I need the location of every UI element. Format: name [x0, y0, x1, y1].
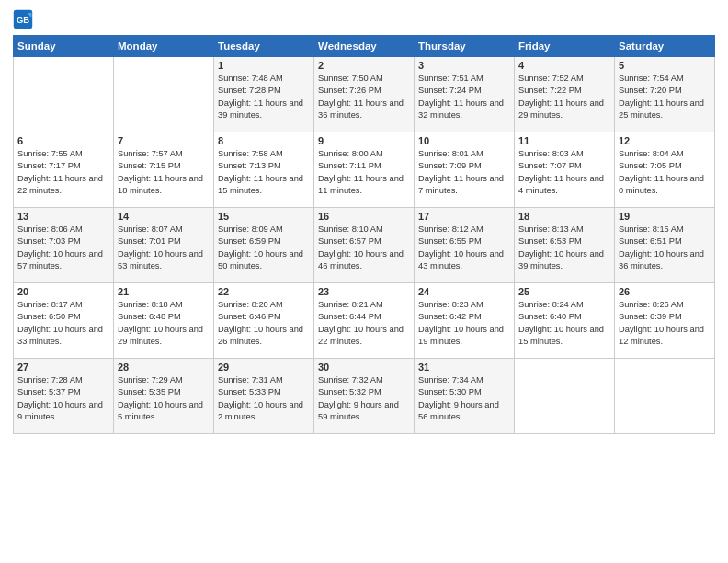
calendar-cell: 24Sunrise: 8:23 AMSunset: 6:42 PMDayligh…: [415, 283, 515, 359]
day-number: 20: [17, 286, 109, 297]
day-info: Sunrise: 7:31 AMSunset: 5:33 PMDaylight:…: [218, 374, 310, 424]
calendar-cell: 1Sunrise: 7:48 AMSunset: 7:28 PMDaylight…: [214, 57, 314, 132]
day-info: Sunrise: 8:01 AMSunset: 7:09 PMDaylight:…: [418, 148, 510, 198]
day-number: 3: [418, 60, 510, 71]
calendar-cell: 8Sunrise: 7:58 AMSunset: 7:13 PMDaylight…: [214, 132, 314, 208]
day-info: Sunrise: 8:13 AMSunset: 6:53 PMDaylight:…: [518, 224, 610, 273]
calendar-cell: 2Sunrise: 7:50 AMSunset: 7:26 PMDaylight…: [314, 57, 415, 132]
day-number: 11: [518, 135, 610, 146]
day-info: Sunrise: 8:20 AMSunset: 6:46 PMDaylight:…: [218, 299, 310, 349]
day-number: 13: [17, 211, 109, 222]
calendar-week-row: 20Sunrise: 8:17 AMSunset: 6:50 PMDayligh…: [14, 283, 715, 359]
day-info: Sunrise: 7:29 AMSunset: 5:35 PMDaylight:…: [118, 374, 210, 424]
day-number: 24: [418, 286, 510, 297]
day-info: Sunrise: 7:32 AMSunset: 5:32 PMDaylight:…: [318, 374, 410, 424]
day-number: 17: [418, 211, 510, 222]
calendar-week-row: 1Sunrise: 7:48 AMSunset: 7:28 PMDaylight…: [14, 57, 715, 132]
calendar-cell: 4Sunrise: 7:52 AMSunset: 7:22 PMDaylight…: [515, 57, 615, 132]
calendar-week-row: 27Sunrise: 7:28 AMSunset: 5:37 PMDayligh…: [14, 359, 715, 434]
calendar-cell: 3Sunrise: 7:51 AMSunset: 7:24 PMDaylight…: [415, 57, 515, 132]
day-number: 14: [118, 211, 210, 222]
calendar-table: SundayMondayTuesdayWednesdayThursdayFrid…: [13, 35, 715, 434]
day-info: Sunrise: 8:09 AMSunset: 6:59 PMDaylight:…: [218, 224, 310, 273]
calendar-cell: [615, 359, 715, 434]
day-of-week-header: Sunday: [14, 36, 114, 57]
calendar-cell: 20Sunrise: 8:17 AMSunset: 6:50 PMDayligh…: [14, 283, 114, 359]
day-info: Sunrise: 7:58 AMSunset: 7:13 PMDaylight:…: [218, 148, 310, 198]
day-number: 10: [418, 135, 510, 146]
day-number: 2: [318, 60, 410, 71]
day-number: 23: [318, 286, 410, 297]
svg-text:GB: GB: [17, 15, 29, 25]
calendar-cell: 14Sunrise: 8:07 AMSunset: 7:01 PMDayligh…: [114, 208, 214, 283]
day-info: Sunrise: 7:55 AMSunset: 7:17 PMDaylight:…: [17, 148, 109, 198]
day-number: 15: [218, 211, 310, 222]
day-info: Sunrise: 8:18 AMSunset: 6:48 PMDaylight:…: [118, 299, 210, 349]
calendar-container: GB SundayMondayTuesdayWednesdayThursdayF…: [0, 0, 728, 443]
calendar-cell: 6Sunrise: 7:55 AMSunset: 7:17 PMDaylight…: [14, 132, 114, 208]
day-number: 6: [17, 135, 109, 146]
day-number: 9: [318, 135, 410, 146]
calendar-cell: [515, 359, 615, 434]
day-info: Sunrise: 8:00 AMSunset: 7:11 PMDaylight:…: [318, 148, 410, 198]
calendar-cell: [14, 57, 114, 132]
day-number: 8: [218, 135, 310, 146]
calendar-cell: 17Sunrise: 8:12 AMSunset: 6:55 PMDayligh…: [415, 208, 515, 283]
calendar-week-row: 13Sunrise: 8:06 AMSunset: 7:03 PMDayligh…: [14, 208, 715, 283]
day-info: Sunrise: 8:21 AMSunset: 6:44 PMDaylight:…: [318, 299, 410, 349]
day-info: Sunrise: 8:04 AMSunset: 7:05 PMDaylight:…: [619, 148, 711, 198]
calendar-cell: [114, 57, 214, 132]
calendar-cell: 7Sunrise: 7:57 AMSunset: 7:15 PMDaylight…: [114, 132, 214, 208]
logo: GB: [13, 9, 35, 29]
day-info: Sunrise: 8:06 AMSunset: 7:03 PMDaylight:…: [17, 224, 109, 273]
day-number: 19: [619, 211, 711, 222]
day-number: 22: [218, 286, 310, 297]
day-info: Sunrise: 8:10 AMSunset: 6:57 PMDaylight:…: [318, 224, 410, 273]
day-number: 29: [218, 362, 310, 373]
calendar-cell: 9Sunrise: 8:00 AMSunset: 7:11 PMDaylight…: [314, 132, 415, 208]
day-number: 4: [518, 60, 610, 71]
calendar-cell: 15Sunrise: 8:09 AMSunset: 6:59 PMDayligh…: [214, 208, 314, 283]
calendar-cell: 31Sunrise: 7:34 AMSunset: 5:30 PMDayligh…: [415, 359, 515, 434]
day-number: 1: [218, 60, 310, 71]
day-of-week-header: Friday: [515, 36, 615, 57]
calendar-cell: 19Sunrise: 8:15 AMSunset: 6:51 PMDayligh…: [615, 208, 715, 283]
calendar-cell: 12Sunrise: 8:04 AMSunset: 7:05 PMDayligh…: [615, 132, 715, 208]
calendar-cell: 23Sunrise: 8:21 AMSunset: 6:44 PMDayligh…: [314, 283, 415, 359]
logo-icon: GB: [13, 9, 33, 29]
day-info: Sunrise: 8:26 AMSunset: 6:39 PMDaylight:…: [619, 299, 711, 349]
calendar-cell: 5Sunrise: 7:54 AMSunset: 7:20 PMDaylight…: [615, 57, 715, 132]
day-info: Sunrise: 7:34 AMSunset: 5:30 PMDaylight:…: [418, 374, 510, 424]
day-number: 5: [619, 60, 711, 71]
day-number: 18: [518, 211, 610, 222]
day-info: Sunrise: 8:17 AMSunset: 6:50 PMDaylight:…: [17, 299, 109, 349]
day-number: 28: [118, 362, 210, 373]
calendar-cell: 21Sunrise: 8:18 AMSunset: 6:48 PMDayligh…: [114, 283, 214, 359]
calendar-cell: 22Sunrise: 8:20 AMSunset: 6:46 PMDayligh…: [214, 283, 314, 359]
calendar-cell: 28Sunrise: 7:29 AMSunset: 5:35 PMDayligh…: [114, 359, 214, 434]
calendar-cell: 18Sunrise: 8:13 AMSunset: 6:53 PMDayligh…: [515, 208, 615, 283]
day-info: Sunrise: 7:52 AMSunset: 7:22 PMDaylight:…: [518, 73, 610, 122]
calendar-cell: 30Sunrise: 7:32 AMSunset: 5:32 PMDayligh…: [314, 359, 415, 434]
day-of-week-header: Tuesday: [214, 36, 314, 57]
day-number: 31: [418, 362, 510, 373]
header-row: SundayMondayTuesdayWednesdayThursdayFrid…: [14, 36, 715, 57]
day-number: 12: [619, 135, 711, 146]
calendar-cell: 29Sunrise: 7:31 AMSunset: 5:33 PMDayligh…: [214, 359, 314, 434]
day-info: Sunrise: 7:50 AMSunset: 7:26 PMDaylight:…: [318, 73, 410, 122]
day-of-week-header: Monday: [114, 36, 214, 57]
day-number: 26: [619, 286, 711, 297]
day-info: Sunrise: 7:28 AMSunset: 5:37 PMDaylight:…: [17, 374, 109, 424]
day-info: Sunrise: 8:15 AMSunset: 6:51 PMDaylight:…: [619, 224, 711, 273]
day-number: 21: [118, 286, 210, 297]
calendar-cell: 16Sunrise: 8:10 AMSunset: 6:57 PMDayligh…: [314, 208, 415, 283]
day-info: Sunrise: 7:54 AMSunset: 7:20 PMDaylight:…: [619, 73, 711, 122]
day-number: 25: [518, 286, 610, 297]
day-info: Sunrise: 8:12 AMSunset: 6:55 PMDaylight:…: [418, 224, 510, 273]
day-info: Sunrise: 7:51 AMSunset: 7:24 PMDaylight:…: [418, 73, 510, 122]
calendar-cell: 11Sunrise: 8:03 AMSunset: 7:07 PMDayligh…: [515, 132, 615, 208]
day-info: Sunrise: 8:03 AMSunset: 7:07 PMDaylight:…: [518, 148, 610, 198]
calendar-cell: 10Sunrise: 8:01 AMSunset: 7:09 PMDayligh…: [415, 132, 515, 208]
day-info: Sunrise: 8:07 AMSunset: 7:01 PMDaylight:…: [118, 224, 210, 273]
calendar-cell: 27Sunrise: 7:28 AMSunset: 5:37 PMDayligh…: [14, 359, 114, 434]
